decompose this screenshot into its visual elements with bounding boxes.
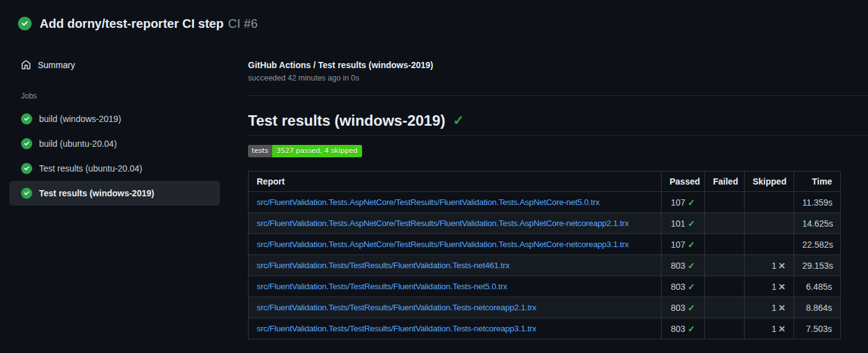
check-icon: ✓ xyxy=(688,303,695,313)
table-row: src/FluentValidation.Tests.AspNetCore/Te… xyxy=(249,213,841,234)
sidebar: Summary Jobs build (windows-2019) build … xyxy=(9,53,220,206)
skipped-cell xyxy=(745,192,794,213)
skipped-cell: 1✕ xyxy=(745,276,794,297)
report-cell: src/FluentValidation.Tests.AspNetCore/Te… xyxy=(249,213,662,234)
table-row: src/FluentValidation.Tests.AspNetCore/Te… xyxy=(249,192,841,213)
job-label: build (ubuntu-20.04) xyxy=(39,139,117,149)
report-link[interactable]: src/FluentValidation.Tests/TestResults/F… xyxy=(257,303,536,312)
main-content: GitHub Actions / Test results (windows-2… xyxy=(248,59,868,339)
passed-cell: 803✓ xyxy=(662,255,705,276)
sidebar-item-build-ubuntu-20-04[interactable]: build (ubuntu-20.04) xyxy=(9,131,220,156)
table-row: src/FluentValidation.Tests/TestResults/F… xyxy=(249,255,841,276)
skipped-cell xyxy=(745,234,794,255)
failed-cell xyxy=(705,213,745,234)
report-link[interactable]: src/FluentValidation.Tests.AspNetCore/Te… xyxy=(257,240,629,249)
report-link[interactable]: src/FluentValidation.Tests/TestResults/F… xyxy=(257,261,510,270)
column-header-skipped: Skipped xyxy=(745,172,794,192)
failed-cell xyxy=(705,192,745,213)
failed-cell xyxy=(705,297,745,318)
time-cell: 14.625s xyxy=(794,213,841,234)
run-number: CI #6 xyxy=(228,17,258,30)
cross-icon: ✕ xyxy=(778,303,786,313)
report-cell: src/FluentValidation.Tests/TestResults/F… xyxy=(249,276,662,297)
check-run-status-text: succeeded 42 minutes ago in 0s xyxy=(248,74,868,83)
report-link[interactable]: src/FluentValidation.Tests.AspNetCore/Te… xyxy=(257,198,600,207)
passed-cell: 107✓ xyxy=(662,234,705,255)
sidebar-item-build-windows-2019[interactable]: build (windows-2019) xyxy=(9,107,220,131)
passed-cell: 803✓ xyxy=(662,318,705,339)
sidebar-item-test-results-windows-2019[interactable]: Test results (windows-2019) xyxy=(9,181,220,206)
report-cell: src/FluentValidation.Tests.AspNetCore/Te… xyxy=(249,192,662,213)
badge-label: tests xyxy=(248,145,272,157)
passed-cell: 101✓ xyxy=(662,213,705,234)
divider xyxy=(248,135,868,136)
report-link[interactable]: src/FluentValidation.Tests/TestResults/F… xyxy=(257,324,536,333)
check-run-title: GitHub Actions / Test results (windows-2… xyxy=(248,59,868,71)
check-icon: ✓ xyxy=(688,282,695,292)
section-heading: Test results (windows-2019) ✓ xyxy=(248,111,868,130)
table-row: src/FluentValidation.Tests/TestResults/F… xyxy=(249,297,841,318)
table-row: src/FluentValidation.Tests.AspNetCore/Te… xyxy=(249,234,841,255)
check-icon: ✓ xyxy=(688,240,695,250)
divider xyxy=(248,95,868,96)
passed-cell: 107✓ xyxy=(662,192,705,213)
check-circle-icon xyxy=(21,163,32,174)
check-icon: ✓ xyxy=(688,198,695,207)
workflow-run-title: Add dorny/test-reporter CI step xyxy=(40,17,224,30)
time-cell: 7.503s xyxy=(794,318,841,339)
badge-value: 3527 passed, 4 skipped xyxy=(272,145,362,157)
column-header-report: Report xyxy=(249,172,662,192)
check-icon: ✓ xyxy=(688,324,695,334)
job-label: Test results (windows-2019) xyxy=(39,188,154,198)
check-circle-icon xyxy=(18,17,32,30)
passed-cell: 803✓ xyxy=(662,276,705,297)
time-cell: 22.582s xyxy=(794,234,841,255)
skipped-cell: 1✕ xyxy=(745,318,794,339)
skipped-cell: 1✕ xyxy=(745,297,794,318)
table-row: src/FluentValidation.Tests/TestResults/F… xyxy=(249,318,841,339)
table-header-row: Report Passed Failed Skipped Time xyxy=(249,172,841,192)
time-cell: 8.864s xyxy=(794,297,841,318)
failed-cell xyxy=(705,318,745,339)
column-header-failed: Failed xyxy=(705,172,745,192)
check-icon: ✓ xyxy=(688,261,695,271)
report-link[interactable]: src/FluentValidation.Tests.AspNetCore/Te… xyxy=(257,219,629,228)
section-title: Test results (windows-2019) xyxy=(248,111,445,130)
home-icon xyxy=(21,60,31,70)
cross-icon: ✕ xyxy=(778,282,786,292)
column-header-time: Time xyxy=(794,172,841,192)
failed-cell xyxy=(705,234,745,255)
sidebar-item-summary[interactable]: Summary xyxy=(9,53,220,77)
skipped-cell: 1✕ xyxy=(745,255,794,276)
failed-cell xyxy=(705,255,745,276)
check-icon: ✓ xyxy=(688,219,695,229)
job-label: Test results (ubuntu-20.04) xyxy=(39,163,143,173)
passed-cell: 803✓ xyxy=(662,297,705,318)
check-circle-icon xyxy=(21,113,32,124)
check-icon: ✓ xyxy=(453,114,464,128)
cross-icon: ✕ xyxy=(778,324,786,334)
test-results-table: Report Passed Failed Skipped Time src/Fl… xyxy=(248,171,841,339)
cross-icon: ✕ xyxy=(778,261,786,271)
report-cell: src/FluentValidation.Tests/TestResults/F… xyxy=(249,255,662,276)
check-circle-icon xyxy=(21,138,32,149)
report-cell: src/FluentValidation.Tests/TestResults/F… xyxy=(249,297,662,318)
report-cell: src/FluentValidation.Tests.AspNetCore/Te… xyxy=(249,234,662,255)
skipped-cell xyxy=(745,213,794,234)
tests-badge: tests 3527 passed, 4 skipped xyxy=(248,145,362,157)
sidebar-jobs-heading: Jobs xyxy=(9,77,220,107)
report-link[interactable]: src/FluentValidation.Tests/TestResults/F… xyxy=(257,282,507,291)
column-header-passed: Passed xyxy=(662,172,705,192)
failed-cell xyxy=(705,276,745,297)
time-cell: 6.485s xyxy=(794,276,841,297)
time-cell: 29.153s xyxy=(794,255,841,276)
sidebar-summary-label: Summary xyxy=(38,60,75,70)
job-label: build (windows-2019) xyxy=(39,114,121,124)
sidebar-item-test-results-ubuntu-20-04[interactable]: Test results (ubuntu-20.04) xyxy=(9,156,220,181)
workflow-run-header: Add dorny/test-reporter CI stepCI #6 xyxy=(0,0,868,31)
time-cell: 11.359s xyxy=(794,192,841,213)
report-cell: src/FluentValidation.Tests/TestResults/F… xyxy=(249,318,662,339)
table-row: src/FluentValidation.Tests/TestResults/F… xyxy=(249,276,841,297)
check-circle-icon xyxy=(21,188,32,199)
page-title: Add dorny/test-reporter CI stepCI #6 xyxy=(40,16,258,31)
